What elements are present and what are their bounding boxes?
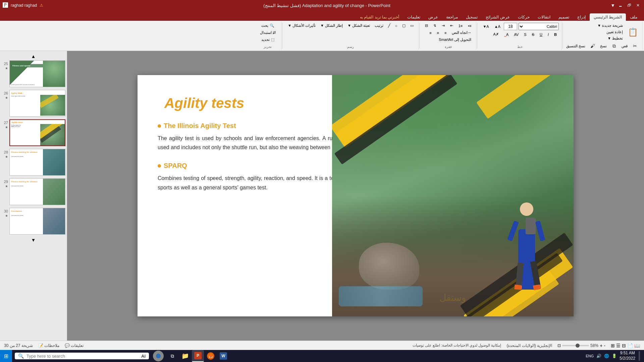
shadow-button[interactable]: S bbox=[522, 32, 528, 37]
align-right-button[interactable]: ≡ bbox=[427, 30, 433, 36]
cut-button[interactable]: ✂ bbox=[630, 42, 640, 50]
fit-slide-button[interactable]: ⊡ bbox=[557, 343, 561, 348]
network-icon[interactable]: 🌐 bbox=[604, 354, 609, 358]
arrange-button[interactable]: ترتيب bbox=[373, 23, 385, 28]
char-spacing-button[interactable]: AV bbox=[512, 32, 521, 37]
slide-item-26[interactable]: 26 ★ Agility Walk Lorem ipsum dolor sit … bbox=[1, 90, 65, 117]
tab-record[interactable]: تسجيل bbox=[462, 13, 482, 21]
italic-button[interactable]: I bbox=[546, 32, 551, 37]
maximize-button[interactable]: 🗗 bbox=[626, 2, 633, 9]
tab-insert[interactable]: إدراج bbox=[573, 13, 590, 21]
word-button[interactable]: W bbox=[217, 350, 229, 362]
font-family-select[interactable]: Calibri bbox=[519, 23, 559, 30]
reading-view-button[interactable]: 📖 bbox=[634, 343, 640, 348]
taskbar-time[interactable]: 9:51 AM 5/2/2022 bbox=[620, 351, 635, 361]
slide-item-28[interactable]: 28 ★ Fitness training for athletes Lorem… bbox=[1, 149, 65, 176]
slide-thumb-27[interactable]: Agility tests The Illinois Agility TestS… bbox=[9, 119, 65, 146]
columns-button[interactable]: ⊟ bbox=[423, 23, 430, 28]
ai-button[interactable]: Ai bbox=[141, 354, 146, 359]
slide-item-25[interactable]: 25 ★ Fitness and sports Lorem ipsum dolo… bbox=[1, 60, 65, 87]
tab-animations[interactable]: حركات bbox=[514, 13, 534, 21]
scroll-up-button[interactable]: ▲ bbox=[31, 54, 36, 59]
normal-view-button[interactable]: ⊞ bbox=[611, 343, 615, 348]
tab-view[interactable]: عرض bbox=[424, 13, 442, 21]
slide-thumb-26[interactable]: Agility Walk Lorem ipsum dolor sit amet bbox=[9, 90, 65, 117]
strikethrough-button[interactable]: S bbox=[530, 32, 536, 37]
taskbar-search[interactable]: 🔍 Ai bbox=[15, 353, 149, 359]
format-painter-button[interactable]: 🖌 bbox=[588, 42, 597, 50]
slide-panel[interactable]: ▲ 25 ★ Fitness and sports Lorem ipsum do… bbox=[0, 51, 67, 341]
font-color-button[interactable]: A_ bbox=[502, 32, 511, 37]
slide-thumb-28[interactable]: Fitness training for athletes Lorem ipsu… bbox=[9, 149, 65, 176]
reset-button[interactable]: إعادة تعيين bbox=[604, 29, 625, 35]
underline-button[interactable]: U bbox=[538, 32, 544, 37]
align-left-button[interactable]: ≡ bbox=[442, 30, 448, 36]
shape-effects-button[interactable]: تأثيرات الأشكال ▼ bbox=[286, 23, 318, 28]
slide-item-30[interactable]: 30 ★ Conclusion Lorem ipsum dolor sit am… bbox=[1, 208, 65, 235]
volume-icon[interactable]: 🔊 bbox=[596, 354, 601, 358]
scroll-down-button[interactable]: ▼ bbox=[31, 237, 36, 243]
tab-tell-me[interactable]: أخبرني بما تريد القيام به bbox=[356, 13, 403, 21]
notes-button[interactable]: 📝 ملاحظات bbox=[38, 343, 59, 348]
replace-button[interactable]: ⇄ استبدال bbox=[258, 30, 278, 36]
find-button[interactable]: 🔍 بحث bbox=[258, 23, 278, 28]
slide-title[interactable]: Agility tests bbox=[164, 95, 244, 111]
taskview-button[interactable]: ⧉ bbox=[166, 350, 178, 362]
tab-review[interactable]: مراجعة bbox=[442, 13, 462, 21]
search-input[interactable] bbox=[26, 354, 139, 359]
decrease-indent-button[interactable]: ⇤ bbox=[448, 23, 455, 28]
copy-button[interactable]: ⧉ bbox=[609, 42, 619, 50]
tab-home[interactable]: الشريط الرئيسي bbox=[590, 13, 626, 21]
new-slide-button[interactable]: شريحة جديدة ▼ bbox=[595, 23, 625, 28]
align-center-button[interactable]: ≡ bbox=[435, 30, 441, 36]
numbering-button[interactable]: ≡1 bbox=[457, 23, 465, 28]
zoom-out-button[interactable]: - bbox=[604, 343, 605, 348]
decrease-font-button[interactable]: A▼ bbox=[481, 24, 491, 29]
tab-slideshow[interactable]: عرض الشرائح bbox=[482, 13, 514, 21]
clear-format-button[interactable]: ✗A bbox=[491, 32, 501, 37]
powerpoint-taskbar-button[interactable]: P bbox=[192, 350, 204, 362]
shape-rect-button[interactable]: ▭ bbox=[408, 23, 416, 28]
battery-icon[interactable]: 🔋 bbox=[612, 354, 617, 358]
bullets-button[interactable]: ≡• bbox=[466, 23, 473, 28]
shape-outline-button[interactable]: إطار الشكل ▼ bbox=[318, 23, 345, 28]
slide-item-27[interactable]: 27 ★ Agility tests The Illinois Agility … bbox=[1, 119, 65, 146]
start-button[interactable]: ⊞ bbox=[0, 350, 12, 362]
firefox-button[interactable]: 🦊 bbox=[205, 350, 217, 362]
smartart-button[interactable]: ↯ bbox=[431, 23, 438, 28]
show-desktop-button[interactable] bbox=[639, 351, 640, 361]
increase-indent-button[interactable]: ⇥ bbox=[440, 23, 447, 28]
text-direction-button[interactable]: ↔اتجاه النص bbox=[450, 30, 473, 36]
shape-rounded-button[interactable]: ▢ bbox=[400, 23, 408, 28]
ribbon-display-options[interactable]: ▼ bbox=[610, 3, 615, 8]
tab-file[interactable]: ملف bbox=[626, 13, 641, 21]
convert-smartart-button[interactable]: التحويل إلى SmartArt bbox=[437, 37, 474, 43]
increase-font-button[interactable]: A▲ bbox=[492, 24, 502, 29]
zoom-slider[interactable] bbox=[562, 345, 589, 346]
notes-view-button[interactable]: 📄 bbox=[627, 343, 633, 348]
explorer-button[interactable]: 📁 bbox=[179, 350, 191, 362]
zoom-in-button[interactable]: + bbox=[600, 343, 602, 348]
shape-line-button[interactable]: ╱ bbox=[386, 23, 392, 28]
cortana-button[interactable] bbox=[153, 351, 164, 361]
slide-item-29[interactable]: 29 ★ Fitness training for athletes Lorem… bbox=[1, 178, 65, 205]
shape-circle-button[interactable]: ○ bbox=[393, 23, 399, 28]
shape-fill-button[interactable]: تعبئة الشكل ▼ bbox=[345, 23, 372, 28]
slide-thumb-30[interactable]: Conclusion Lorem ipsum dolor sit amet. bbox=[9, 208, 65, 235]
select-button[interactable]: ⬚ تحديد bbox=[258, 37, 278, 43]
slide-canvas[interactable]: Agility tests The Illinois Agility Test … bbox=[138, 75, 574, 316]
comments-button[interactable]: 💬 تعليقات bbox=[65, 343, 84, 348]
layout-button[interactable]: تخطيط ▼ bbox=[605, 36, 625, 41]
slide-thumb-29[interactable]: Fitness training for athletes Lorem ipsu… bbox=[9, 178, 65, 205]
slide-thumb-25[interactable]: Fitness and sports Lorem ipsum dolor sit… bbox=[9, 60, 65, 87]
minimize-button[interactable]: 🗕 bbox=[617, 2, 624, 9]
paste-button[interactable]: 📋 bbox=[626, 25, 640, 40]
outline-view-button[interactable]: ☰ bbox=[616, 343, 621, 348]
bold-button[interactable]: B bbox=[552, 32, 559, 37]
tab-design[interactable]: تصميم bbox=[554, 13, 573, 21]
tab-transitions[interactable]: انتقالات bbox=[534, 13, 554, 21]
slide-sorter-button[interactable]: ⊟ bbox=[622, 343, 626, 348]
close-button[interactable]: ✕ bbox=[635, 2, 641, 9]
taskbar: ⊞ 🔍 Ai ⧉ 📁 P 🦊 W ENG 🔊 🌐 🔋 9:51 AM 5/2/2… bbox=[0, 350, 644, 362]
tab-help[interactable]: تعليمات bbox=[403, 13, 424, 21]
